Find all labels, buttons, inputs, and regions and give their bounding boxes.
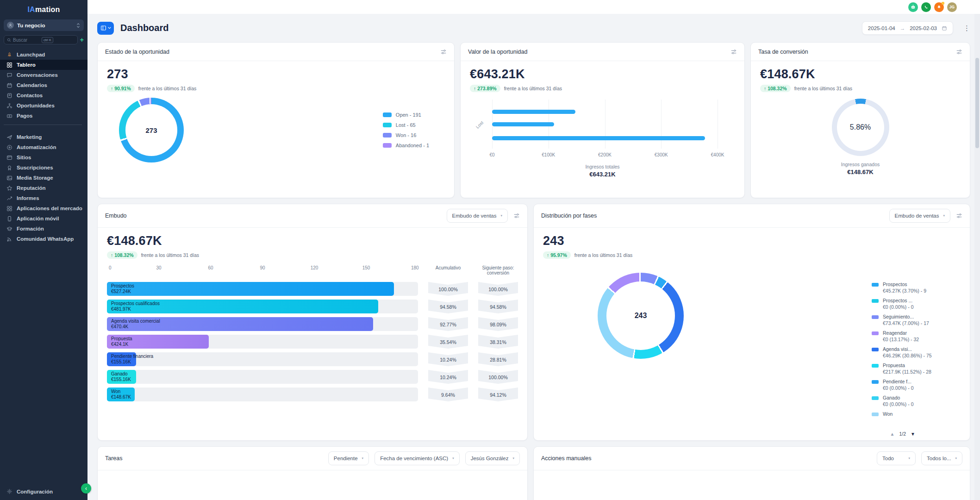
sidebar-item-automatizacion[interactable]: Automatización: [0, 142, 87, 152]
change-badge: ↑ 273.89%: [470, 85, 500, 92]
legend-item: Open - 191: [383, 112, 429, 118]
sidebar-item-suscripciones[interactable]: Suscripciones: [0, 162, 87, 173]
sidebar-item-launchpad[interactable]: Launchpad: [0, 50, 87, 60]
compare-label: frente a los últimos 31 días: [794, 86, 852, 91]
phone-icon[interactable]: [921, 2, 931, 12]
legend-swatch: [872, 412, 879, 416]
task-assignee-filter[interactable]: Jesús González▾: [465, 451, 520, 465]
card-title: Acciones manuales: [541, 455, 591, 462]
funnel-stage[interactable]: Propuesta€424.1K: [107, 335, 418, 349]
sidebar-item-formacion[interactable]: Formación: [0, 224, 87, 234]
ring-center-value: 5.86%: [837, 104, 884, 151]
legend-item: Reagendar€0 (13.17%) - 32: [872, 330, 962, 343]
funnel-stage[interactable]: Prospectos cualificados€481.97K: [107, 300, 418, 313]
dashboard-menu-button[interactable]: [97, 22, 114, 35]
funnel-stage[interactable]: Pendiente financiera€155.16K: [107, 352, 418, 366]
funnel-stage[interactable]: Agenda visita comercial€470.4K: [107, 317, 418, 331]
more-options-button[interactable]: ⋮: [963, 24, 970, 32]
sidebar-item-comunidad-whatsapp[interactable]: Comunidad WhatsApp: [0, 234, 87, 244]
actions-user-filter[interactable]: Todos lo...▾: [921, 451, 962, 465]
legend-swatch: [872, 380, 879, 384]
scrollbar-thumb[interactable]: [975, 58, 979, 148]
sidebar-item-contactos[interactable]: Contactos: [0, 90, 87, 100]
sidebar-item-configuracion[interactable]: Configuración: [0, 484, 87, 500]
quick-add-button[interactable]: +: [80, 37, 84, 43]
app-logo: IAmation: [0, 0, 87, 18]
sidebar-item-informes[interactable]: Informes: [0, 193, 87, 203]
filter-sliders-icon[interactable]: [440, 49, 447, 55]
footer-label: Ingresos ganados: [760, 162, 961, 167]
card-tareas: Tareas Pendiente▾ Fecha de vencimiento (…: [97, 446, 528, 500]
page-indicator: 1/2: [899, 431, 906, 437]
sidebar-item-calendarios[interactable]: Calendarios: [0, 80, 87, 90]
funnel-stage[interactable]: Won€148.67K: [107, 388, 418, 401]
opportunity-status-donut-chart: 273: [119, 98, 184, 162]
notifications-icon[interactable]: [934, 2, 944, 12]
chevron-down-icon: ▾: [943, 214, 945, 218]
sidebar-item-aplicacion-movil[interactable]: Aplicación móvil: [0, 213, 87, 224]
y-axis-label: Lost: [475, 120, 484, 129]
scrollbar-track[interactable]: [974, 14, 980, 500]
search-icon: [7, 38, 11, 42]
percent-cell: 10.24%: [428, 370, 468, 384]
filter-sliders-icon[interactable]: [730, 49, 737, 55]
cumulative-column: Acumulativo 100.00% 94.58% 92.77% 35.54%…: [428, 265, 468, 405]
filter-sliders-icon[interactable]: [956, 212, 962, 219]
launchpad-icon: [6, 52, 12, 58]
sidebar-search[interactable]: ctrl K: [4, 35, 78, 44]
sidebar-item-reputacion[interactable]: Reputación: [0, 183, 87, 193]
pipeline-select[interactable]: Embudo de ventas▾: [889, 209, 950, 223]
filter-sliders-icon[interactable]: [956, 49, 962, 55]
ai-bot-icon[interactable]: [908, 2, 918, 12]
sidebar-item-oportunidades[interactable]: Oportunidades: [0, 100, 87, 111]
legend-item: Prospectos€45.27K (3.70%) - 9: [872, 281, 962, 294]
compare-label: frente a los últimos 31 días: [504, 86, 562, 91]
search-input[interactable]: [13, 38, 40, 43]
sidebar-item-sitios[interactable]: Sitios: [0, 152, 87, 162]
business-avatar-icon: [7, 22, 14, 29]
apps-icon: [6, 206, 12, 212]
donut-center-value: 243: [606, 281, 675, 350]
date-range-picker[interactable]: 2025-01-04 → 2025-02-03: [862, 21, 953, 35]
axis-tick: €100K: [542, 152, 555, 157]
opportunities-icon: [6, 103, 12, 109]
chevron-down-icon: ▾: [909, 456, 911, 460]
filter-sliders-icon[interactable]: [513, 212, 520, 219]
change-badge: ↑ 108.32%: [760, 85, 791, 92]
star-icon: [6, 185, 12, 191]
task-status-filter[interactable]: Pendiente▾: [328, 451, 369, 465]
sidebar-item-media-storage[interactable]: Media Storage: [0, 173, 87, 183]
sidebar-item-aplicaciones-mercado[interactable]: Aplicaciones del mercado: [0, 203, 87, 213]
card-title: Valor de la oportunidad: [468, 49, 527, 55]
page-up-button[interactable]: ▲: [890, 431, 895, 437]
user-avatar[interactable]: JG: [947, 2, 957, 12]
bar: [492, 122, 554, 126]
page-down-button[interactable]: ▼: [911, 431, 915, 437]
collapse-sidebar-button[interactable]: ‹: [81, 483, 91, 494]
page-header: Dashboard 2025-01-04 → 2025-02-03 ⋮: [97, 21, 970, 35]
funnel-stage[interactable]: Ganado€155.16K: [107, 370, 418, 384]
compare-label: frente a los últimos 31 días: [138, 86, 196, 91]
funnel-stage[interactable]: Prospectos€527.24K: [107, 282, 418, 296]
funnel-chart: 0 30 60 90 120 150 180 Prospectos€527.24…: [107, 265, 518, 405]
legend-item: Abandoned - 1: [383, 143, 429, 148]
date-to: 2025-02-03: [910, 25, 937, 31]
legend-item: Won: [872, 411, 962, 418]
pipeline-select[interactable]: Embudo de ventas▾: [447, 209, 508, 223]
legend-swatch: [872, 396, 879, 400]
sidebar-item-marketing[interactable]: Marketing: [0, 132, 87, 142]
gear-icon: [6, 488, 12, 494]
task-sort-filter[interactable]: Fecha de vencimiento (ASC)▾: [375, 451, 460, 465]
sidebar-item-conversaciones[interactable]: Conversaciones: [0, 70, 87, 80]
card-distribucion-fases: Distribución por fases Embudo de ventas▾…: [533, 204, 970, 441]
business-switcher[interactable]: Tu negocio: [4, 19, 84, 31]
actions-type-filter[interactable]: Todo▾: [877, 451, 916, 465]
bar: [492, 110, 575, 114]
sidebar: IAmation Tu negocio ctrl K + Launchpad T…: [0, 0, 87, 500]
chat-icon: [6, 72, 12, 78]
sidebar-item-pagos[interactable]: Pagos: [0, 111, 87, 121]
legend-swatch: [872, 364, 879, 368]
sidebar-item-tablero[interactable]: Tablero: [0, 60, 87, 70]
legend-item: Won - 16: [383, 132, 429, 138]
kpi-value: €643.21K: [470, 67, 735, 81]
